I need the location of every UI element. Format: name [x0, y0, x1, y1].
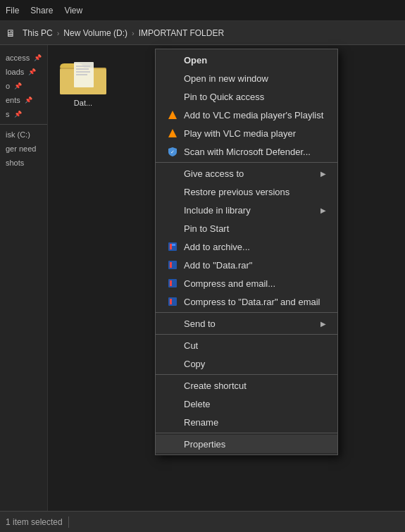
vlc-icon-1: [167, 109, 178, 120]
svg-rect-5: [76, 71, 90, 73]
ctx-sep-4: [156, 374, 337, 375]
give-access-icon: [167, 168, 178, 179]
breadcrumb-drive[interactable]: New Volume (D:): [63, 28, 127, 38]
menu-view[interactable]: View: [64, 6, 82, 16]
ctx-open-new-window[interactable]: Open in new window: [156, 69, 337, 87]
ctx-delete[interactable]: Delete: [156, 395, 337, 413]
rar-icon-4: [167, 296, 178, 307]
ctx-sep-2: [156, 312, 337, 313]
ctx-pin-quick-access[interactable]: Pin to Quick access: [156, 87, 337, 106]
svg-rect-13: [170, 244, 172, 249]
ctx-sep-5: [156, 433, 337, 433]
sidebar-item-s[interactable]: s: [0, 107, 47, 121]
breadcrumb: 🖥 This PC › New Volume (D:) › IMPORTANT …: [0, 21, 405, 45]
sidebar-item-ger-need[interactable]: ger need: [0, 142, 47, 156]
svg-rect-8: [171, 117, 174, 118]
svg-rect-9: [170, 118, 175, 119]
ctx-compress-email[interactable]: Compress and email...: [156, 274, 337, 292]
title-bar: File Share View: [0, 0, 405, 21]
svg-rect-19: [168, 297, 177, 306]
ctx-add-archive[interactable]: Add to archive...: [156, 237, 337, 256]
svg-marker-10: [168, 129, 177, 137]
restore-versions-icon: [167, 186, 178, 197]
send-to-arrow: ▶: [320, 320, 326, 328]
give-access-arrow: ▶: [320, 170, 326, 178]
sidebar-item-ents[interactable]: ents: [0, 93, 47, 107]
sidebar-item-loads[interactable]: loads: [0, 65, 47, 79]
folder-label: Dat...: [74, 99, 92, 107]
sidebar-item-access[interactable]: access: [0, 51, 47, 65]
pin-quick-access-icon: [167, 91, 178, 102]
svg-rect-20: [170, 299, 172, 304]
sidebar-item-disk-c[interactable]: isk (C:): [0, 128, 47, 142]
ctx-add-vlc-playlist[interactable]: Add to VLC media player's Playlist: [156, 106, 337, 124]
create-shortcut-icon: [167, 380, 178, 391]
breadcrumb-sep1: ›: [57, 29, 60, 37]
include-library-arrow: ▶: [320, 206, 326, 214]
cut-icon: [167, 340, 178, 351]
breadcrumb-home-icon: 🖥: [6, 27, 17, 39]
breadcrumb-sep2: ›: [132, 29, 135, 37]
include-library-icon: [167, 204, 178, 216]
rar-icon-3: [167, 278, 178, 289]
svg-rect-15: [168, 261, 177, 269]
ctx-cut[interactable]: Cut: [156, 336, 337, 354]
breadcrumb-folder[interactable]: IMPORTANT FOLDER: [139, 28, 224, 38]
sidebar-item-o[interactable]: o: [0, 79, 47, 93]
rar-icon-2: [167, 259, 178, 271]
ctx-rename[interactable]: Rename: [156, 413, 337, 431]
folder-item-data[interactable]: Dat...: [55, 52, 111, 110]
rar-icon-1: [167, 241, 178, 252]
sidebar: access loads o ents s isk (C:) ger need …: [0, 45, 48, 511]
status-selected-text: 1 item selected: [6, 517, 63, 527]
open-icon: [167, 54, 178, 66]
svg-rect-16: [170, 262, 172, 268]
ctx-sep-3: [156, 334, 337, 335]
ctx-send-to[interactable]: Send to ▶: [156, 314, 337, 333]
pin-start-icon: [167, 223, 178, 234]
sidebar-divider1: [0, 124, 47, 125]
properties-icon: [167, 438, 178, 450]
send-to-icon: [167, 318, 178, 329]
ctx-sep-1: [156, 162, 337, 163]
ctx-restore-versions[interactable]: Restore previous versions: [156, 183, 337, 201]
ctx-scan-defender[interactable]: ✓ Scan with Microsoft Defender...: [156, 142, 337, 161]
open-new-window-icon: [167, 73, 178, 84]
menu-share[interactable]: Share: [30, 6, 53, 16]
ctx-give-access[interactable]: Give access to ▶: [156, 164, 337, 183]
status-bar: 1 item selected: [0, 511, 405, 532]
copy-icon: [167, 358, 178, 369]
context-menu: Open Open in new window Pin to Quick acc…: [155, 49, 338, 455]
breadcrumb-thispc[interactable]: This PC: [23, 28, 53, 38]
svg-rect-17: [168, 279, 177, 287]
svg-rect-3: [76, 66, 90, 67]
sidebar-item-shots[interactable]: shots: [0, 156, 47, 170]
svg-rect-14: [172, 244, 175, 246]
status-separator: [68, 516, 69, 528]
main-area: access loads o ents s isk (C:) ger need …: [0, 45, 405, 511]
ctx-include-library[interactable]: Include in library ▶: [156, 201, 337, 219]
ctx-pin-start[interactable]: Pin to Start: [156, 219, 337, 237]
menu-file[interactable]: File: [6, 6, 19, 16]
svg-rect-6: [76, 74, 87, 75]
svg-text:✓: ✓: [170, 149, 175, 154]
folder-icon: [58, 55, 108, 97]
defender-icon: ✓: [167, 146, 178, 157]
svg-rect-4: [76, 68, 89, 70]
ctx-copy[interactable]: Copy: [156, 354, 337, 373]
delete-icon: [167, 398, 178, 409]
svg-rect-12: [168, 242, 177, 251]
rename-icon: [167, 416, 178, 428]
file-area: Dat... Open Open in new window: [48, 45, 405, 511]
ctx-add-data-rar[interactable]: Add to "Data.rar": [156, 256, 337, 274]
ctx-play-vlc[interactable]: Play with VLC media player: [156, 124, 337, 142]
vlc-icon-2: [167, 128, 178, 139]
ctx-open[interactable]: Open: [156, 51, 337, 69]
ctx-compress-data-rar-email[interactable]: Compress to "Data.rar" and email: [156, 292, 337, 311]
ctx-create-shortcut[interactable]: Create shortcut: [156, 376, 337, 395]
svg-rect-18: [170, 280, 172, 286]
ctx-properties[interactable]: Properties: [156, 435, 337, 453]
